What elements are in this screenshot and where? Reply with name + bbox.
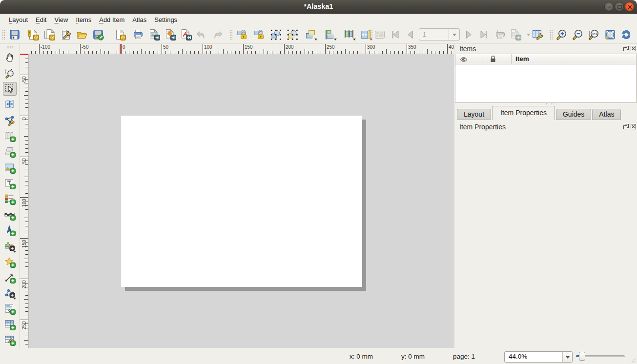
toolbar-drag-handle[interactable] [550, 30, 553, 40]
toolbar-drag-handle[interactable] [6, 45, 13, 49]
items-panel-float-button[interactable] [623, 45, 629, 52]
previous-feature-button[interactable] [403, 28, 417, 41]
menu-settings[interactable]: Settings [150, 15, 181, 25]
menu-atlas[interactable]: Atlas [128, 15, 150, 25]
zoom-tool-button[interactable] [3, 66, 17, 80]
zoom-slider[interactable] [576, 350, 625, 362]
window-title: *Alaska1 [0, 2, 637, 10]
layout-canvas[interactable] [28, 54, 454, 348]
redo-button[interactable] [211, 28, 225, 41]
atlas-feature-combo[interactable]: 1 [419, 28, 460, 40]
column-item-label: Item [512, 54, 636, 62]
toolbar-drag-handle[interactable] [370, 30, 373, 40]
unlock-all-items-button[interactable] [252, 28, 266, 41]
last-feature-button[interactable] [477, 28, 491, 41]
window-maximize-button[interactable] [615, 2, 624, 11]
item-properties-close-button[interactable] [630, 123, 637, 130]
preview-atlas-button[interactable] [373, 28, 387, 41]
save-template-icon [92, 29, 104, 40]
page-setup-button[interactable] [113, 28, 127, 41]
pan-layout-button[interactable] [3, 51, 17, 64]
undo-button[interactable] [194, 28, 208, 41]
zoom-slider-handle[interactable] [579, 352, 585, 361]
dock-splitter-handle[interactable] [543, 103, 556, 105]
lock-selected-items-button[interactable] [235, 28, 249, 41]
menu-view[interactable]: View [50, 15, 72, 25]
tab-guides[interactable]: Guides [556, 109, 591, 120]
zoom-out-button[interactable] [571, 28, 585, 41]
lock-items-icon [236, 29, 248, 40]
add-label-button[interactable] [3, 177, 17, 190]
first-feature-button[interactable] [388, 28, 402, 41]
tab-item-properties[interactable]: Item Properties [492, 106, 555, 120]
add-marker-button[interactable] [3, 255, 17, 269]
add-node-item-button[interactable] [3, 286, 17, 300]
group-items-button[interactable] [269, 28, 283, 41]
menu-items[interactable]: Items [72, 15, 95, 25]
window-titlebar[interactable]: *Alaska1 [0, 0, 637, 14]
item-properties-float-button[interactable] [623, 123, 629, 130]
add-attribute-table-button[interactable] [3, 318, 17, 331]
window-minimize-button[interactable] [604, 2, 614, 11]
add-map-button[interactable] [3, 129, 17, 143]
zoom-in-button[interactable] [555, 28, 569, 41]
select-move-item-button[interactable] [3, 82, 17, 96]
move-item-content-button[interactable] [3, 98, 17, 111]
layout-page[interactable] [121, 116, 362, 287]
refresh-view-button[interactable] [619, 28, 633, 41]
add-3d-map-button[interactable] [3, 145, 17, 159]
add-legend-button[interactable] [3, 192, 17, 206]
print-layout-button[interactable] [131, 28, 145, 41]
edit-nodes-item-button[interactable] [3, 114, 17, 127]
pan-hand-icon [4, 52, 16, 63]
add-picture-button[interactable] [3, 161, 17, 175]
float-icon [623, 123, 629, 130]
atlas-settings-button[interactable] [531, 28, 544, 41]
column-visibility[interactable] [455, 54, 481, 64]
items-tree[interactable]: Item [455, 54, 637, 103]
dropdown-arrow-icon [13, 251, 16, 253]
add-scalebar-button[interactable] [3, 208, 17, 222]
svg-text:0: 0 [123, 44, 125, 50]
tab-atlas[interactable]: Atlas [592, 109, 621, 120]
save-as-template-button[interactable] [91, 28, 105, 41]
items-panel-close-button[interactable] [630, 45, 637, 52]
zoom-level-combo[interactable]: 44.0% [504, 351, 573, 363]
align-selected-items-button[interactable] [323, 28, 337, 41]
add-shape-button[interactable] [3, 240, 17, 253]
new-layout-button[interactable] [26, 28, 40, 41]
distribute-selected-items-button[interactable] [342, 28, 356, 41]
toolbar-drag-handle[interactable] [229, 30, 233, 40]
save-project-button[interactable] [8, 28, 21, 41]
zoom-full-extent-button[interactable] [603, 28, 617, 41]
print-atlas-button[interactable] [493, 28, 507, 41]
add-arrow-button[interactable] [3, 271, 17, 284]
next-feature-button[interactable] [462, 28, 476, 41]
add-items-from-template-button[interactable] [75, 28, 89, 41]
zoom-actual-size-button[interactable]: 1:1 [587, 28, 601, 41]
window-resize-grip[interactable] [630, 357, 636, 363]
zoom-combo-dropdown[interactable] [562, 352, 572, 362]
toolbar-drag-handle[interactable] [2, 30, 5, 40]
add-html-button[interactable] [3, 302, 17, 316]
column-item[interactable]: Item [512, 54, 636, 64]
add-fixed-table-button[interactable] [3, 333, 17, 347]
ruler-corner [20, 44, 28, 54]
menu-layout[interactable]: Layout [5, 15, 32, 25]
ungroup-items-button[interactable] [286, 28, 299, 41]
svg-text:-50: -50 [21, 76, 27, 83]
duplicate-layout-button[interactable] [42, 28, 56, 41]
menu-edit[interactable]: Edit [32, 15, 50, 25]
raise-selected-items-button[interactable] [304, 28, 317, 41]
export-as-image-button[interactable] [147, 28, 161, 41]
add-north-arrow-button[interactable] [3, 223, 17, 237]
export-as-svg-button[interactable] [164, 28, 177, 41]
lock-icon [489, 55, 497, 63]
column-lock[interactable] [481, 54, 512, 64]
menu-add-item[interactable]: Add Item [95, 15, 128, 25]
export-as-pdf-button[interactable] [179, 28, 193, 41]
export-atlas-button[interactable] [509, 28, 522, 41]
layout-manager-button[interactable] [59, 28, 73, 41]
window-close-button[interactable] [625, 2, 634, 11]
tab-layout[interactable]: Layout [457, 109, 491, 120]
